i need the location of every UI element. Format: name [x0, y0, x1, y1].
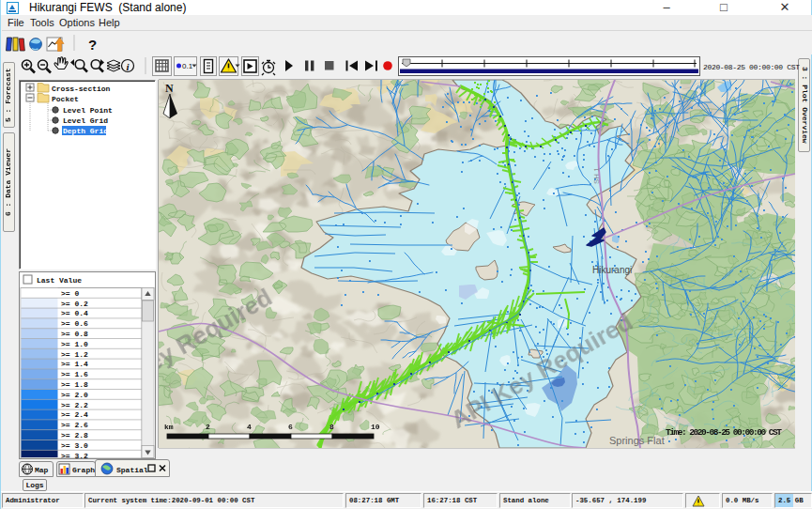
svg-text:Hikurangi: Hikurangi	[592, 265, 632, 275]
svg-text:>= 2.6: >= 2.6	[61, 421, 88, 429]
svg-text:SH 1: SH 1	[592, 167, 601, 184]
svg-text:>= 2.2: >= 2.2	[61, 401, 88, 409]
svg-text:Graph: Graph	[72, 466, 95, 474]
svg-text:>= 0.6: >= 0.6	[61, 319, 88, 328]
svg-text:4: 4	[247, 423, 252, 431]
svg-text:Depth Grid: Depth Grid	[63, 127, 108, 135]
svg-text:>= 1.8: >= 1.8	[61, 380, 88, 389]
svg-text:>= 3.0: >= 3.0	[61, 441, 88, 450]
svg-text:?: ?	[88, 37, 97, 53]
svg-text:Cross-section: Cross-section	[52, 85, 111, 93]
svg-text:Map: Map	[35, 466, 49, 474]
svg-text:Spatial: Spatial	[116, 466, 148, 474]
svg-text:Springs Flat: Springs Flat	[609, 435, 665, 446]
svg-text:2020-08-25 00:00:00 CST: 2020-08-25 00:00:00 CST	[703, 63, 800, 71]
svg-text:>= 1.0: >= 1.0	[61, 340, 88, 348]
svg-text:>= 0.4: >= 0.4	[61, 309, 88, 317]
svg-text:0.1: 0.1	[182, 62, 193, 70]
svg-text:>= 1.2: >= 1.2	[61, 350, 88, 359]
svg-text:Level Point: Level Point	[63, 106, 113, 115]
svg-text:>= 2.4: >= 2.4	[61, 410, 88, 419]
svg-text:8: 8	[329, 423, 334, 431]
svg-text:6: 6	[288, 423, 293, 431]
svg-text:Last Value: Last Value	[37, 276, 82, 285]
svg-text:>= 0.2: >= 0.2	[61, 300, 88, 308]
svg-text:>= 2.0: >= 2.0	[61, 391, 88, 399]
svg-text:10: 10	[371, 423, 380, 431]
svg-text:km: km	[164, 423, 174, 431]
svg-text:>= 2.8: >= 2.8	[61, 431, 88, 440]
svg-text:>= 0.8: >= 0.8	[61, 330, 88, 338]
svg-text:Level Grid: Level Grid	[63, 116, 108, 125]
svg-text:2: 2	[206, 423, 210, 431]
svg-text:>= 3.2: >= 3.2	[61, 452, 88, 459]
svg-text:N: N	[165, 82, 174, 95]
svg-text:Time: 2020-08-25 00:00:00 CST: Time: 2020-08-25 00:00:00 CST	[666, 427, 782, 438]
svg-text:Pocket: Pocket	[52, 95, 79, 103]
svg-text:>= 1.4: >= 1.4	[61, 360, 88, 368]
svg-text:i: i	[127, 61, 130, 72]
svg-text:>= 0: >= 0	[61, 289, 79, 298]
svg-text:>= 1.6: >= 1.6	[61, 370, 88, 378]
